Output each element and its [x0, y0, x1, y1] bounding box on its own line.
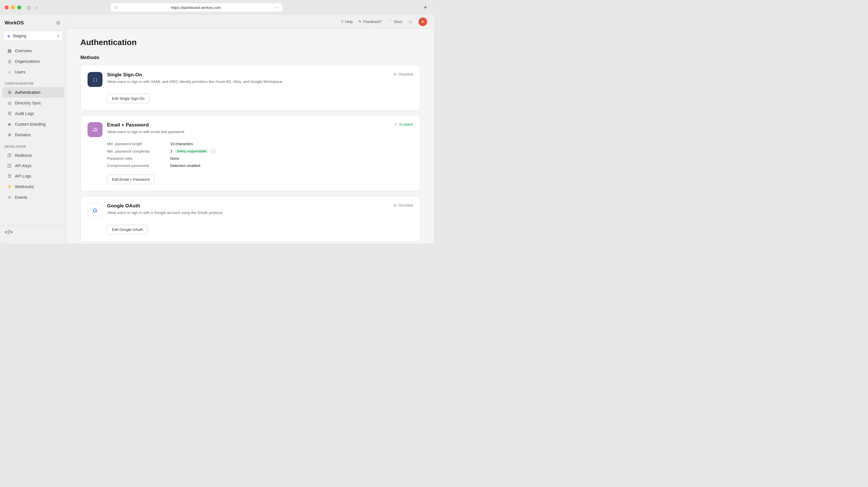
sidebar-item-audit-logs[interactable]: ☰ Audit Logs	[2, 108, 64, 119]
google-description: Allow users to sign in with a Google acc…	[107, 210, 389, 216]
sso-description: Allow users to sign in with SAML and OID…	[107, 79, 389, 85]
docs-label: Docs	[394, 20, 402, 24]
password-rules-value: None	[170, 156, 413, 161]
custom-branding-icon: ◈	[7, 122, 12, 127]
email-icon	[88, 122, 102, 137]
sidebar-item-directory-sync[interactable]: ◎ Directory Sync	[2, 98, 64, 108]
tabs-icon[interactable]: ⊡	[26, 5, 32, 10]
directory-sync-icon: ◎	[7, 100, 12, 105]
disabled-icon: ⊘	[394, 72, 397, 76]
app-wrapper: ? Help ✎ Feedback? 📄 Docs ☼ A Authentica…	[67, 15, 434, 244]
sidebar-header: WorkOS ⚙	[0, 20, 66, 31]
sidebar-item-webhooks[interactable]: ⚡ Webhooks	[2, 182, 64, 192]
edit-email-password-button[interactable]: Edit Email + Password	[107, 175, 154, 184]
redirects-icon: ⚿	[7, 153, 12, 158]
min-length-label: Min. password length	[107, 142, 170, 146]
sidebar-item-redirects[interactable]: ⚿ Redirects	[2, 150, 64, 160]
sidebar-item-api-logs[interactable]: ☰ API Logs	[2, 171, 64, 181]
feedback-label: Feedback?	[363, 20, 382, 24]
avatar[interactable]: A	[418, 18, 427, 26]
sidebar-item-label: API Logs	[15, 174, 31, 178]
address-bar[interactable]: ⬡ https://dashboard.workos.com ···	[111, 3, 283, 12]
google-oauth-card: G Google OAuth Allow users to sign in wi…	[81, 196, 420, 241]
env-selector[interactable]: ◈ Staging ▾	[3, 31, 63, 41]
sso-info: Single Sign-On Allow users to sign in wi…	[107, 72, 389, 85]
maximize-button[interactable]	[17, 5, 21, 9]
help-icon: ?	[341, 20, 343, 24]
sidebar-item-label: Overview	[15, 48, 32, 53]
webhooks-icon: ⚡	[7, 184, 12, 189]
help-link[interactable]: ? Help	[341, 20, 353, 24]
min-length-value: 10 characters	[170, 142, 413, 146]
google-disabled-icon: ⊘	[394, 203, 397, 207]
sidebar-item-events[interactable]: ≡ Events	[2, 192, 64, 202]
min-complexity-label: Min. password complexity	[107, 149, 170, 154]
site-icon: ⬡	[114, 5, 117, 9]
new-tab-button[interactable]: +	[422, 3, 429, 11]
sidebar-item-label: Organizations	[15, 59, 40, 64]
theme-toggle[interactable]: ☼	[408, 19, 413, 25]
config-section-label: CONFIGURATION	[0, 77, 66, 87]
code-icon: </>	[5, 229, 13, 235]
compromised-value: Detection enabled	[170, 163, 413, 168]
close-button[interactable]	[5, 5, 9, 9]
more-options-icon[interactable]: ···	[275, 5, 279, 11]
sso-icon: {}	[88, 72, 102, 87]
minimize-button[interactable]	[11, 5, 15, 9]
back-button[interactable]: ‹	[34, 5, 40, 10]
sidebar-item-label: Events	[15, 195, 27, 200]
help-label: Help	[345, 20, 353, 24]
sso-card: {} Single Sign-On Allow users to sign in…	[81, 65, 420, 110]
email-status-label: Enabled	[399, 122, 413, 127]
sidebar-item-label: Directory Sync	[15, 101, 41, 105]
docs-link[interactable]: 📄 Docs	[388, 20, 402, 24]
sidebar-item-users[interactable]: ○ Users	[2, 67, 64, 77]
google-name: Google OAuth	[107, 203, 389, 209]
google-header: G Google OAuth Allow users to sign in wi…	[88, 203, 413, 218]
sso-header: {} Single Sign-On Allow users to sign in…	[88, 72, 413, 87]
feedback-link[interactable]: ✎ Feedback?	[359, 20, 382, 24]
sidebar-item-custom-branding[interactable]: ◈ Custom branding	[2, 119, 64, 129]
sidebar-footer: </>	[0, 225, 66, 239]
sidebar-item-label: Audit Logs	[15, 111, 34, 116]
domains-icon: ⊕	[7, 132, 12, 137]
sidebar-item-api-keys[interactable]: ⚿ API Keys	[2, 161, 64, 171]
edit-sso-button[interactable]: Edit Single Sign-On	[107, 94, 149, 103]
svg-point-4	[93, 129, 95, 130]
env-label: Staging	[12, 34, 55, 38]
users-icon: ○	[7, 69, 12, 74]
sidebar-item-authentication[interactable]: ⊞ Authentication	[2, 87, 64, 98]
svg-text:G: G	[93, 207, 97, 214]
events-icon: ≡	[7, 195, 12, 200]
email-password-card: Email + Password Allow users to sign in …	[81, 115, 420, 191]
enabled-icon: ✓	[394, 122, 398, 127]
page-title: Authentication	[81, 38, 420, 47]
workos-logo: WorkOS	[5, 20, 24, 26]
sidebar-item-overview[interactable]: ▦ Overview	[2, 45, 64, 56]
sidebar-item-domains[interactable]: ⊕ Domains	[2, 130, 64, 140]
authentication-icon: ⊞	[7, 90, 12, 95]
info-icon[interactable]: i	[211, 149, 216, 154]
svg-rect-6	[95, 130, 96, 130]
complexity-number: 3	[170, 149, 172, 154]
settings-button[interactable]: ⚙	[55, 20, 62, 26]
url-text: https://dashboard.workos.com	[119, 5, 272, 10]
google-status-label: Disabled	[398, 203, 413, 207]
sso-status: ⊘ Disabled	[394, 72, 413, 76]
organizations-icon: ◎	[7, 59, 12, 64]
sidebar-item-label: Redirects	[15, 153, 32, 158]
email-description: Allow users to sign in with email and pa…	[107, 129, 390, 135]
sso-name: Single Sign-On	[107, 72, 389, 78]
edit-google-oauth-button[interactable]: Edit Google OAuth	[107, 225, 148, 234]
sidebar-item-label: Authentication	[15, 90, 40, 95]
docs-icon: 📄	[388, 20, 392, 24]
min-complexity-value: 3 Safely unguessable i	[170, 149, 413, 154]
env-icon: ◈	[7, 34, 10, 38]
feedback-icon: ✎	[359, 20, 362, 24]
window: ⊡ ‹ ⬡ https://dashboard.workos.com ··· +…	[0, 0, 434, 244]
sidebar-item-organizations[interactable]: ◎ Organizations	[2, 56, 64, 67]
complexity-badge: Safely unguessable	[175, 149, 209, 154]
audit-logs-icon: ☰	[7, 111, 12, 116]
titlebar: ⊡ ‹ ⬡ https://dashboard.workos.com ··· +	[0, 0, 434, 15]
top-bar: ? Help ✎ Feedback? 📄 Docs ☼ A	[67, 15, 434, 29]
